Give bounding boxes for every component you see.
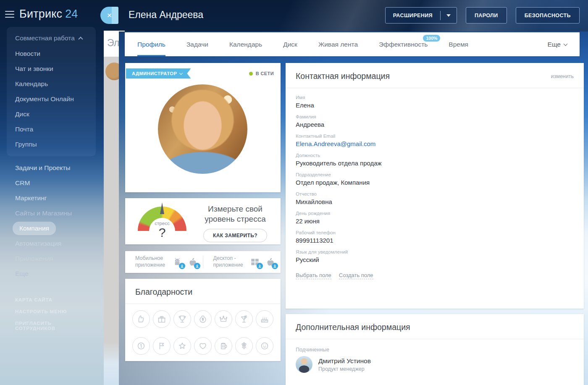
field-value: 22 июня xyxy=(296,217,574,225)
tab-more[interactable]: Еще xyxy=(547,32,567,56)
field-label: Имя xyxy=(296,95,574,100)
sidebar-item[interactable]: Приложения xyxy=(7,251,96,266)
first-place-medal-icon[interactable] xyxy=(132,337,150,355)
brand-name: Битрикс24 xyxy=(19,8,78,21)
sidebar-footer-link[interactable]: НАСТРОИТЬ МЕНЮ xyxy=(7,306,96,317)
sidebar-item[interactable]: Документы Онлайн xyxy=(7,92,96,107)
sidebar-item[interactable]: Группы xyxy=(7,137,96,152)
tab[interactable]: Профиль xyxy=(137,32,165,56)
mac-download-button[interactable] xyxy=(265,257,276,267)
sidebar-item[interactable]: Задачи и Проекты xyxy=(7,160,96,175)
field-label: День рождения xyxy=(296,211,574,216)
sidebar-item[interactable]: Автоматизация xyxy=(7,236,96,251)
crown-icon[interactable] xyxy=(215,310,232,328)
cake-icon[interactable] xyxy=(256,310,273,328)
hamburger-icon[interactable] xyxy=(5,11,14,18)
gratitude-card: Благодарности xyxy=(125,279,281,361)
header-buttons: РАСШИРЕНИЯ ПАРОЛИ БЕЗОПАСНОСТЬ xyxy=(385,7,580,24)
field-label: Язык для уведомлений xyxy=(296,249,574,254)
field-label: Отчество xyxy=(296,191,574,196)
contact-field: Язык для уведомлений Русский xyxy=(296,249,574,263)
tab[interactable]: Живая лента xyxy=(318,32,358,56)
contact-field: Подразделение Отдел продаж, Компания xyxy=(296,172,574,186)
flag-icon[interactable] xyxy=(153,337,171,355)
brand: Битрикс24 xyxy=(5,8,78,21)
contact-fields: Имя Елена Фамилия Андреева Контактный Em… xyxy=(286,88,584,263)
apps-card: Мобильное приложение Десктоп - приложени… xyxy=(125,251,281,273)
sidebar-item[interactable]: Сайты и Магазины xyxy=(7,206,96,221)
extensions-dropdown[interactable] xyxy=(441,8,457,23)
how-to-measure-button[interactable]: КАК ЗАМЕРИТЬ? xyxy=(203,229,267,242)
money-bag-icon[interactable] xyxy=(194,310,212,328)
tab[interactable]: Календарь xyxy=(229,32,262,56)
field-value: Андреева xyxy=(296,121,574,128)
gift-icon[interactable] xyxy=(153,310,171,328)
field-label: Контактный Email xyxy=(296,134,574,139)
sidebar-item[interactable]: Почта xyxy=(7,122,96,137)
sidebar-item-active[interactable]: Компания xyxy=(13,222,56,235)
android-download-button[interactable] xyxy=(172,257,183,267)
subordinate-row[interactable]: Дмитрий Устинов Продукт менеджер xyxy=(286,356,584,373)
sidebar-footer-link[interactable]: КАРТА САЙТА xyxy=(7,294,96,306)
passwords-button[interactable]: ПАРОЛИ xyxy=(466,7,507,24)
field-label: Фамилия xyxy=(296,114,574,119)
sidebar-footer: КАРТА САЙТАНАСТРОИТЬ МЕНЮПРИГЛАСИТЬ СОТР… xyxy=(7,294,96,334)
tab[interactable]: Диск xyxy=(283,32,297,56)
sidebar-item[interactable]: Чат и звонки xyxy=(7,61,96,76)
appstore-download-button[interactable] xyxy=(187,257,198,267)
windows-download-button[interactable] xyxy=(249,257,260,267)
cocktail-icon[interactable] xyxy=(235,310,253,328)
download-icon xyxy=(179,263,185,269)
beer-icon[interactable] xyxy=(215,337,232,355)
admin-role-badge[interactable]: АДМИНИСТРАТОР xyxy=(126,68,191,79)
additional-info-title: Дополнительная информация xyxy=(296,322,410,332)
close-icon: ✕ xyxy=(107,12,112,19)
field-label: Должность xyxy=(296,153,574,158)
sidebar-item[interactable]: Еще xyxy=(7,266,96,281)
trophy-icon[interactable] xyxy=(173,310,191,328)
sidebar-footer-link[interactable]: ПРИГЛАСИТЬ СОТРУДНИКОВ xyxy=(7,317,96,334)
caret-down-icon xyxy=(446,14,451,17)
contact-field: Рабочий телефон 89991113201 xyxy=(296,230,574,244)
online-status: В СЕТИ xyxy=(249,71,274,76)
subordinates-label: Подчиненные xyxy=(286,339,584,356)
gauge-needle-icon xyxy=(160,202,164,214)
smiley-icon[interactable] xyxy=(256,337,273,355)
heart-icon[interactable] xyxy=(194,337,212,355)
contact-field: Имя Елена xyxy=(296,95,574,109)
edit-link[interactable]: изменить xyxy=(551,73,574,79)
subordinate-avatar xyxy=(296,356,312,373)
tab[interactable]: Задачи xyxy=(186,32,208,56)
field-action-link[interactable]: Выбрать поле xyxy=(296,272,331,279)
profile-avatar[interactable] xyxy=(158,84,247,174)
sidebar-group-header[interactable]: Совместная работа xyxy=(7,30,96,46)
chevron-up-icon xyxy=(78,37,83,41)
sidebar-item[interactable]: Новости xyxy=(7,46,96,61)
chevron-down-icon xyxy=(179,71,183,74)
additional-info-card: Дополнительная информация Подчиненные Дм… xyxy=(286,314,584,385)
extensions-button[interactable]: РАСШИРЕНИЯ xyxy=(385,7,457,24)
tab[interactable]: Эффективность 100% xyxy=(379,32,428,56)
field-value: Михайловна xyxy=(296,198,574,205)
subordinate-role: Продукт менеджер xyxy=(318,366,371,372)
star-icon[interactable] xyxy=(173,337,191,355)
contact-field: День рождения 22 июня xyxy=(296,211,574,225)
tab[interactable]: Время xyxy=(449,32,468,56)
chevron-down-icon xyxy=(564,42,568,46)
field-value: Руководитель отдела продаж xyxy=(296,160,574,167)
download-icon xyxy=(257,263,263,269)
sidebar-item[interactable]: Маркетинг xyxy=(7,191,96,206)
security-button[interactable]: БЕЗОПАСНОСТЬ xyxy=(516,7,580,24)
subordinate-name: Дмитрий Устинов xyxy=(318,357,371,365)
sidebar-group-items: НовостиЧат и звонкиКалендарьДокументы Он… xyxy=(7,46,96,152)
close-slider-button[interactable]: ✕ xyxy=(100,7,118,24)
sidebar-item[interactable]: Календарь xyxy=(7,76,96,92)
thumbs-up-icon[interactable] xyxy=(132,310,150,328)
gratitude-title: Благодарности xyxy=(125,279,281,304)
field-value: Елена xyxy=(296,102,574,109)
sidebar-item[interactable]: CRM xyxy=(7,175,96,191)
field-action-link[interactable]: Создать поле xyxy=(339,272,373,279)
sidebar-item[interactable]: Диск xyxy=(7,107,96,122)
flower-icon[interactable] xyxy=(235,337,253,355)
desktop-app-label: Десктоп - приложение xyxy=(213,255,246,268)
